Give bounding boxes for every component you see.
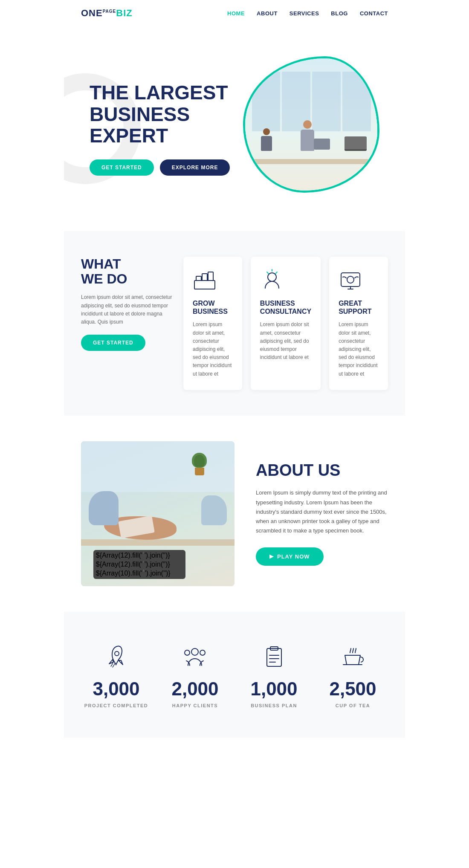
stat-projects: 3,000 PROJECT COMPLETED bbox=[81, 642, 151, 708]
svg-rect-0 bbox=[194, 281, 215, 289]
hero-text: THE LARGEST BUSINESS EXPERT GET STARTED … bbox=[90, 82, 234, 176]
what-intro: WHAT WE DO Lorem ipsum dolor sit amet, c… bbox=[81, 257, 175, 390]
nav-item-blog[interactable]: BLOG bbox=[331, 9, 348, 17]
stats-grid: 3,000 PROJECT COMPLETED 2,000 HAPPY CLIE… bbox=[81, 642, 388, 708]
svg-point-12 bbox=[191, 648, 198, 655]
stat-plan: 1,000 BUSINESS PLAN bbox=[239, 642, 309, 708]
service-desc-grow: Lorem ipsum dolor sit amet, consectetur … bbox=[193, 321, 233, 378]
service-title-consultancy: BUSINESS CONSULTANCY bbox=[260, 299, 311, 315]
about-scene: ${Array(12).fill('').join('')} ${Array(1… bbox=[81, 441, 234, 586]
navbar: ONEPAGEBIZ HOME ABOUT SERVICES BLOG CONT… bbox=[64, 0, 405, 26]
hero-image-wrap bbox=[243, 56, 388, 201]
nav-link-blog[interactable]: BLOG bbox=[331, 10, 348, 17]
stat-clients: 2,000 HAPPY CLIENTS bbox=[160, 642, 230, 708]
hero-image-blob bbox=[243, 56, 379, 193]
svg-rect-3 bbox=[208, 272, 213, 281]
consultancy-icon bbox=[260, 269, 284, 292]
svg-rect-1 bbox=[196, 276, 201, 281]
nav-link-about[interactable]: ABOUT bbox=[257, 10, 278, 17]
stat-label-clients: HAPPY CLIENTS bbox=[160, 703, 230, 708]
nav-item-contact[interactable]: CONTACT bbox=[360, 9, 388, 17]
service-card-consultancy: BUSINESS CONSULTANCY Lorem ipsum dolor s… bbox=[251, 257, 321, 390]
grow-business-icon bbox=[193, 269, 217, 292]
support-icon bbox=[339, 269, 362, 292]
what-we-do-description: Lorem ipsum dolor sit amet, consectetur … bbox=[81, 293, 175, 326]
what-we-do-section: WHAT WE DO Lorem ipsum dolor sit amet, c… bbox=[64, 231, 405, 416]
logo-biz: BIZ bbox=[116, 8, 132, 18]
service-title-support: GREAT SUPPORT bbox=[339, 299, 379, 315]
nav-link-contact[interactable]: CONTACT bbox=[360, 10, 388, 17]
meeting-scene-image bbox=[245, 58, 377, 191]
people-icon bbox=[180, 642, 210, 671]
service-title-grow: GROW BUSINESS bbox=[193, 299, 233, 315]
stats-section: 3,000 PROJECT COMPLETED 2,000 HAPPY CLIE… bbox=[64, 612, 405, 738]
about-text: ABOUT US Lorem Ipsum is simply dummy tex… bbox=[256, 461, 388, 565]
stat-label-tea: CUP OF TEA bbox=[318, 703, 388, 708]
teacup-icon bbox=[338, 642, 368, 671]
logo-page: PAGE bbox=[103, 9, 116, 14]
service-card-grow: GROW BUSINESS Lorem ipsum dolor sit amet… bbox=[183, 257, 242, 390]
svg-point-11 bbox=[115, 651, 119, 656]
logo-one: ONE bbox=[81, 8, 103, 18]
stat-number-plan: 1,000 bbox=[239, 678, 309, 700]
nav-item-home[interactable]: HOME bbox=[227, 9, 245, 17]
stat-label-plan: BUSINESS PLAN bbox=[239, 703, 309, 708]
nav-item-services[interactable]: SERVICES bbox=[290, 9, 319, 17]
what-get-started-button[interactable]: GET STARTED bbox=[81, 335, 145, 351]
play-now-button[interactable]: ▶ PLAY NOW bbox=[256, 547, 324, 566]
about-section: ${Array(12).fill('').join('')} ${Array(1… bbox=[64, 416, 405, 612]
hero-title: THE LARGEST BUSINESS EXPERT bbox=[90, 82, 234, 147]
svg-rect-2 bbox=[202, 274, 207, 281]
svg-point-5 bbox=[268, 273, 276, 281]
svg-rect-15 bbox=[267, 648, 281, 666]
about-heading: ABOUT US bbox=[256, 461, 388, 480]
stat-number-tea: 2,500 bbox=[318, 678, 388, 700]
hero-section: THE LARGEST BUSINESS EXPERT GET STARTED … bbox=[64, 26, 405, 231]
svg-rect-6 bbox=[341, 273, 360, 286]
hero-buttons: GET STARTED EXPLORE MORE bbox=[90, 159, 234, 176]
logo: ONEPAGEBIZ bbox=[81, 8, 133, 19]
nav-link-services[interactable]: SERVICES bbox=[290, 10, 319, 17]
svg-point-14 bbox=[185, 650, 190, 655]
explore-more-button[interactable]: EXPLORE MORE bbox=[160, 159, 230, 176]
nav-links: HOME ABOUT SERVICES BLOG CONTACT bbox=[227, 9, 388, 17]
play-now-label: PLAY NOW bbox=[277, 553, 310, 560]
stat-number-clients: 2,000 bbox=[160, 678, 230, 700]
service-desc-consultancy: Lorem ipsum dolor sit amet, consectetur … bbox=[260, 321, 311, 362]
play-icon: ▶ bbox=[269, 553, 274, 559]
about-body: Lorem Ipsum is simply dummy text of the … bbox=[256, 488, 388, 535]
svg-point-7 bbox=[347, 276, 354, 283]
service-card-support: GREAT SUPPORT Lorem ipsum dolor sit amet… bbox=[329, 257, 388, 390]
nav-link-home[interactable]: HOME bbox=[227, 10, 245, 17]
about-image: ${Array(12).fill('').join('')} ${Array(1… bbox=[81, 441, 234, 586]
what-we-do-grid: WHAT WE DO Lorem ipsum dolor sit amet, c… bbox=[81, 257, 388, 390]
stat-label-projects: PROJECT COMPLETED bbox=[81, 703, 151, 708]
what-we-do-heading: WHAT WE DO bbox=[81, 257, 175, 286]
clipboard-icon bbox=[259, 642, 289, 671]
stat-tea: 2,500 CUP OF TEA bbox=[318, 642, 388, 708]
svg-point-13 bbox=[200, 650, 205, 655]
nav-item-about[interactable]: ABOUT bbox=[257, 9, 278, 17]
get-started-button[interactable]: GET STARTED bbox=[90, 159, 154, 176]
service-desc-support: Lorem ipsum dolor sit amet, consectetur … bbox=[339, 321, 379, 378]
rocket-icon bbox=[101, 642, 131, 671]
stat-number-projects: 3,000 bbox=[81, 678, 151, 700]
